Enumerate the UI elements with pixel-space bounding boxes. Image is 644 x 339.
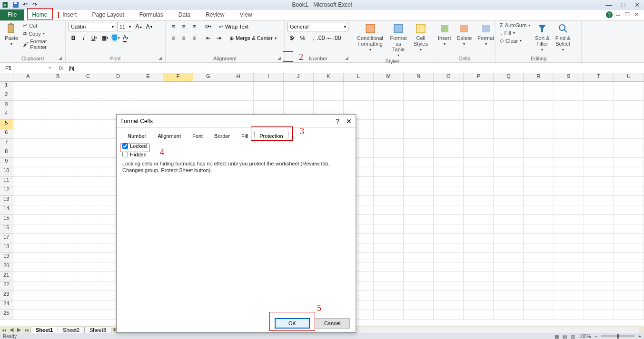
cell[interactable] [584, 253, 614, 262]
maximize-button[interactable]: □ [618, 1, 628, 9]
cell[interactable] [524, 129, 554, 139]
col-header[interactable]: H [223, 73, 253, 81]
cell[interactable] [404, 177, 434, 186]
col-header[interactable]: C [73, 73, 103, 81]
cell[interactable] [43, 120, 73, 129]
cell[interactable] [13, 177, 43, 186]
cell[interactable] [554, 234, 584, 243]
cell[interactable] [404, 310, 434, 320]
grow-font-button[interactable]: A▲ [134, 22, 144, 31]
cell[interactable] [13, 253, 43, 262]
cell[interactable] [494, 224, 524, 234]
cell[interactable] [464, 177, 494, 186]
cell[interactable] [464, 205, 494, 215]
cell[interactable] [494, 129, 524, 139]
cell[interactable] [584, 300, 614, 310]
col-header[interactable]: A [13, 73, 43, 81]
cell[interactable] [464, 243, 494, 253]
cell[interactable] [43, 82, 73, 91]
view-normal-button[interactable]: ▦ [555, 334, 559, 339]
locked-checkbox[interactable]: Locked [122, 143, 350, 149]
cell[interactable] [223, 91, 253, 101]
cell[interactable] [584, 243, 614, 253]
row-header[interactable]: 13 [0, 196, 13, 205]
cell[interactable] [554, 139, 584, 148]
delete-cells-button[interactable]: Delete▾ [455, 22, 474, 47]
cell[interactable] [73, 101, 103, 110]
locked-checkbox-input[interactable] [122, 143, 128, 149]
align-right-button[interactable]: ≡ [189, 33, 199, 43]
col-header[interactable]: K [314, 73, 344, 81]
cell[interactable] [374, 310, 404, 320]
cell[interactable] [13, 272, 43, 281]
cell[interactable] [434, 243, 464, 253]
cell[interactable] [584, 101, 614, 110]
italic-button[interactable]: I [79, 33, 89, 43]
cell[interactable] [524, 139, 554, 148]
row-header[interactable]: 18 [0, 243, 13, 253]
cell[interactable] [554, 110, 584, 120]
cell[interactable] [584, 272, 614, 281]
cell[interactable] [344, 91, 374, 101]
cell[interactable] [434, 300, 464, 310]
fill-color-button[interactable]: 🪣▾ [110, 33, 120, 43]
row-header[interactable]: 14 [0, 205, 13, 215]
cell[interactable] [524, 224, 554, 234]
col-header[interactable]: M [374, 73, 404, 81]
cell[interactable] [13, 215, 43, 224]
cell[interactable] [554, 148, 584, 158]
col-header[interactable]: J [284, 73, 314, 81]
cell[interactable] [374, 196, 404, 205]
cell[interactable] [554, 205, 584, 215]
cell[interactable] [404, 243, 434, 253]
cell[interactable] [13, 224, 43, 234]
cell[interactable] [584, 148, 614, 158]
cell[interactable] [133, 101, 163, 110]
cell[interactable] [434, 167, 464, 177]
row-header[interactable]: 6 [0, 129, 13, 139]
cell[interactable] [494, 253, 524, 262]
cell[interactable] [374, 91, 404, 101]
cell[interactable] [43, 196, 73, 205]
cell[interactable] [374, 139, 404, 148]
cell[interactable] [374, 177, 404, 186]
cell[interactable] [524, 243, 554, 253]
cell[interactable] [464, 158, 494, 167]
cell[interactable] [73, 205, 103, 215]
cell[interactable] [554, 91, 584, 101]
cell[interactable] [584, 234, 614, 243]
view-pagelayout-button[interactable]: ▤ [563, 334, 567, 339]
row-header[interactable]: 22 [0, 281, 13, 291]
align-left-button[interactable]: ≡ [168, 33, 178, 43]
cell[interactable] [73, 82, 103, 91]
cell[interactable] [524, 310, 554, 320]
percent-button[interactable]: % [298, 33, 307, 43]
cell[interactable] [404, 101, 434, 110]
cell[interactable] [464, 310, 494, 320]
cell[interactable] [464, 110, 494, 120]
paste-button[interactable]: Paste ▾ [3, 22, 20, 47]
cell[interactable] [584, 158, 614, 167]
ok-button[interactable]: OK [275, 318, 310, 329]
cell[interactable] [524, 291, 554, 300]
cell[interactable] [434, 186, 464, 196]
zoom-slider[interactable] [601, 335, 634, 337]
col-header[interactable]: I [254, 73, 284, 81]
cell[interactable] [374, 82, 404, 91]
cell[interactable] [404, 205, 434, 215]
cell[interactable] [584, 82, 614, 91]
col-header[interactable]: G [193, 73, 223, 81]
cell[interactable] [614, 139, 644, 148]
cell[interactable] [614, 272, 644, 281]
cell[interactable] [584, 120, 614, 129]
cell[interactable] [554, 101, 584, 110]
cell[interactable] [614, 186, 644, 196]
cell[interactable] [614, 129, 644, 139]
cell[interactable] [374, 272, 404, 281]
align-center-button[interactable]: ≡ [179, 33, 188, 43]
tab-home[interactable]: Home [24, 10, 55, 20]
cell[interactable] [13, 262, 43, 272]
tab-formulas[interactable]: Formulas [132, 10, 171, 20]
format-painter-button[interactable]: 🖌Format Painter [22, 38, 62, 50]
cell[interactable] [43, 234, 73, 243]
